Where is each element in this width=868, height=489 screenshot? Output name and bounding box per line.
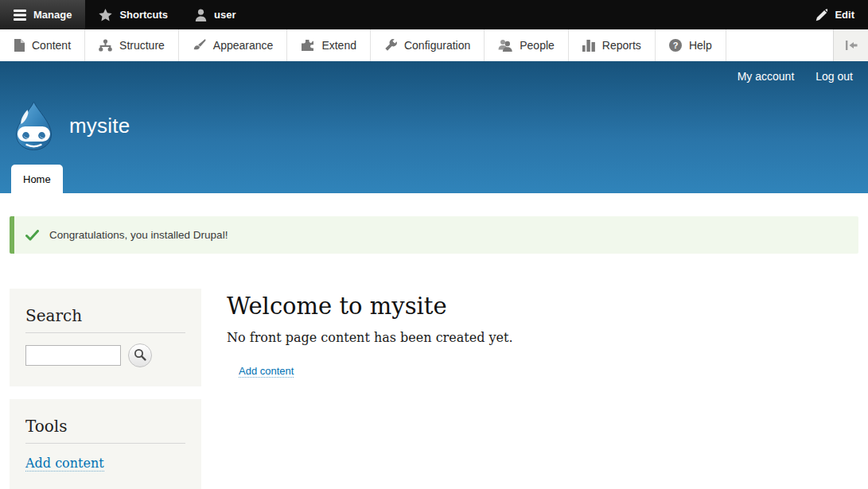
tools-block: Tools Add content	[10, 399, 201, 489]
menu-tray-spacer	[726, 29, 833, 61]
page-layout: Search Tools Add content	[10, 289, 858, 489]
menu-item-reports[interactable]: Reports	[569, 29, 656, 61]
svg-text:?: ?	[673, 41, 679, 50]
log-out-link[interactable]: Log out	[815, 70, 853, 83]
star-icon	[99, 9, 112, 21]
menu-item-configuration[interactable]: Configuration	[371, 29, 485, 61]
people-icon	[498, 39, 512, 52]
tools-block-title: Tools	[25, 410, 185, 444]
menu-item-label: Structure	[119, 39, 165, 52]
menu-item-label: Configuration	[404, 39, 470, 52]
admin-menu-tray: Content Structure Appearance Extend Conf…	[0, 29, 868, 61]
sidebar: Search Tools Add content	[10, 289, 201, 489]
menu-item-content[interactable]: Content	[0, 29, 85, 61]
drupal-admin-page: Manage Shortcuts user Edit Co	[0, 0, 868, 489]
menu-item-label: People	[520, 39, 555, 52]
menu-item-label: Content	[32, 39, 71, 52]
search-block: Search	[10, 289, 201, 386]
search-input[interactable]	[25, 345, 121, 366]
empty-frontpage-text: No front page content has been created y…	[227, 330, 858, 345]
toolbar-tab-label: Shortcuts	[119, 9, 168, 21]
my-account-link[interactable]: My account	[738, 70, 795, 83]
menu-item-appearance[interactable]: Appearance	[179, 29, 288, 61]
menu-item-people[interactable]: People	[485, 29, 569, 61]
page-body: Congratulations, you installed Drupal! S…	[0, 216, 868, 489]
search-form	[25, 343, 185, 367]
pencil-icon	[815, 9, 827, 21]
main-content: Welcome to mysite No front page content …	[201, 289, 858, 378]
checkmark-icon	[25, 230, 39, 241]
primary-tabs: Home	[11, 165, 63, 193]
help-icon: ?	[669, 39, 682, 52]
toolbar-tab-shortcuts[interactable]: Shortcuts	[85, 0, 181, 29]
hamburger-icon	[14, 10, 26, 21]
tools-links: Add content	[25, 456, 185, 471]
menu-item-label: Appearance	[213, 39, 274, 52]
menu-item-extend[interactable]: Extend	[287, 29, 371, 61]
toolbar-edit-label: Edit	[835, 9, 854, 21]
site-name[interactable]: mysite	[69, 114, 130, 138]
toolbar-spacer	[250, 0, 802, 29]
magnifier-icon	[134, 348, 146, 363]
paintbrush-icon	[193, 39, 206, 52]
menu-item-label: Reports	[602, 39, 641, 52]
toolbar-edit-button[interactable]: Edit	[801, 0, 868, 29]
add-content-link[interactable]: Add content	[239, 365, 294, 378]
toolbar-tab-manage[interactable]: Manage	[0, 0, 85, 29]
drupal-logo[interactable]	[10, 100, 58, 151]
site-header: My account Log out	[0, 61, 868, 193]
collapse-left-icon	[843, 39, 858, 52]
menu-item-structure[interactable]: Structure	[85, 29, 179, 61]
menu-item-label: Extend	[321, 39, 356, 52]
toolbar-tab-label: Manage	[33, 9, 72, 21]
admin-toolbar: Manage Shortcuts user Edit	[0, 0, 868, 29]
tab-home[interactable]: Home	[11, 165, 63, 193]
barchart-icon	[582, 39, 595, 52]
action-links: Add content	[239, 363, 858, 378]
page-title: Welcome to mysite	[227, 293, 858, 320]
file-icon	[14, 39, 25, 52]
site-branding: mysite	[10, 100, 130, 151]
menu-item-help[interactable]: ? Help	[656, 29, 726, 61]
status-message-text: Congratulations, you installed Drupal!	[49, 229, 228, 241]
toolbar-tab-label: user	[214, 9, 235, 21]
user-icon	[195, 9, 207, 21]
search-button[interactable]	[128, 343, 152, 367]
toolbar-tab-user[interactable]: user	[181, 0, 249, 29]
puzzle-icon	[301, 39, 314, 52]
sidebar-add-content-link[interactable]: Add content	[25, 456, 104, 472]
status-message: Congratulations, you installed Drupal!	[10, 216, 858, 254]
tray-collapse-button[interactable]	[833, 29, 868, 61]
search-block-title: Search	[25, 300, 185, 333]
wrench-icon	[384, 39, 397, 52]
secondary-menu: My account Log out	[738, 70, 853, 83]
menu-item-label: Help	[689, 39, 712, 52]
sitemap-icon	[99, 39, 112, 52]
